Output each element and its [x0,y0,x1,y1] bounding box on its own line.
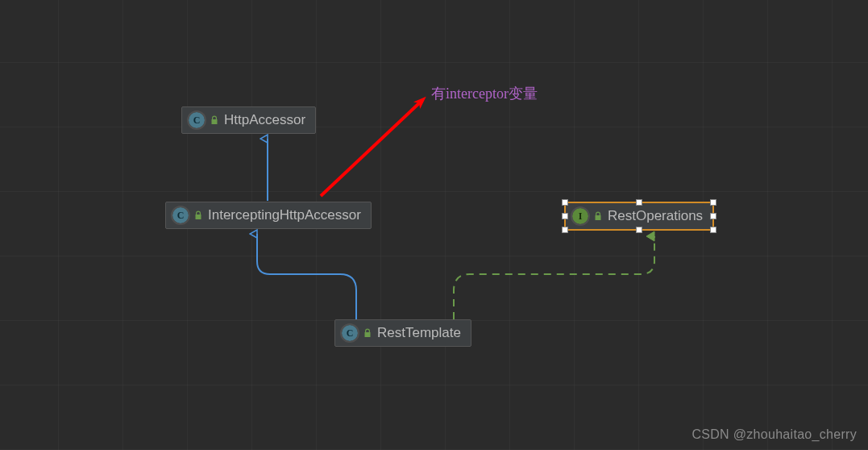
resize-handle[interactable] [710,213,716,219]
resize-handle[interactable] [562,213,568,219]
node-label: InterceptingHttpAccessor [208,207,361,223]
lock-icon [210,115,219,125]
lock-icon [193,210,203,220]
node-label: RestOperations [608,208,703,224]
resize-handle[interactable] [710,227,716,233]
canvas-grid [0,0,868,450]
class-icon [342,325,358,341]
class-node-intercepting-http-accessor[interactable]: InterceptingHttpAccessor [165,202,372,229]
resize-handle[interactable] [636,227,642,233]
node-label: HttpAccessor [224,112,305,128]
resize-handle[interactable] [710,199,716,206]
class-node-http-accessor[interactable]: HttpAccessor [181,106,316,134]
resize-handle[interactable] [562,227,568,233]
annotation-text: 有interceptor变量 [431,84,538,103]
class-icon [189,112,205,128]
resize-handle[interactable] [562,199,568,206]
watermark: CSDN @zhouhaitao_cherry [691,427,857,442]
interface-icon [572,208,588,224]
lock-icon [593,211,603,221]
node-label: RestTemplate [377,325,461,341]
resize-handle[interactable] [636,199,642,206]
class-icon [172,207,189,223]
lock-icon [363,328,372,338]
interface-node-rest-operations[interactable]: RestOperations [564,202,714,231]
class-node-rest-template[interactable]: RestTemplate [334,319,471,347]
